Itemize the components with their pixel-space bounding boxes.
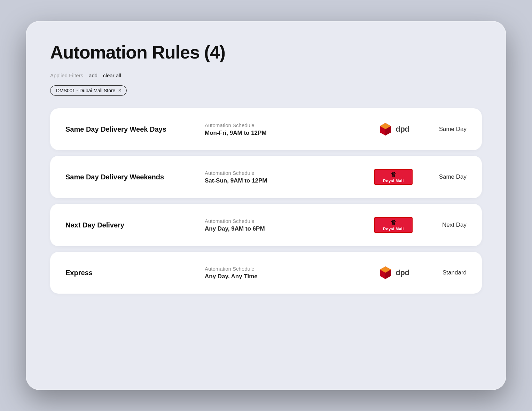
dpd-text-4: dpd [396,268,409,277]
royal-mail-text-3: Royal Mail [383,227,404,231]
rule-schedule-time-4: Any Day, Any Time [205,273,366,280]
clear-all-link[interactable]: clear all [103,72,121,78]
rule-schedule-label-1: Automation Schedule [205,122,366,128]
rule-name-1: Same Day Delivery Week Days [65,125,184,133]
royal-mail-crown-icon-3: ♛ [390,219,397,226]
rule-schedule-4: Automation Schedule Any Day, Any Time [184,266,366,280]
rule-schedule-label-4: Automation Schedule [205,266,366,272]
royal-mail-crown-icon-2: ♛ [390,171,397,178]
rule-card-1[interactable]: Same Day Delivery Week Days Automation S… [50,108,482,150]
rule-card-4[interactable]: Express Automation Schedule Any Day, Any… [50,252,482,294]
rule-schedule-label-2: Automation Schedule [205,170,366,176]
filter-tags-row: DMS001 - Dubai Mall Store × [50,85,482,96]
rule-schedule-time-3: Any Day, 9AM to 6PM [205,225,366,232]
rule-type-2: Same Day [421,173,467,180]
rule-carrier-3: ♛ Royal Mail [366,217,421,233]
rule-schedule-1: Automation Schedule Mon-Fri, 9AM to 12PM [184,122,366,137]
rule-schedule-3: Automation Schedule Any Day, 9AM to 6PM [184,218,366,232]
royal-mail-inner-3: ♛ Royal Mail [383,219,404,231]
dpd-logo-4: dpd [378,265,409,280]
royal-mail-inner-2: ♛ Royal Mail [383,171,404,183]
royal-mail-text-2: Royal Mail [383,179,404,183]
filter-tag-dms001[interactable]: DMS001 - Dubai Mall Store × [50,85,127,96]
dpd-logo-1: dpd [378,122,409,137]
filter-tag-label: DMS001 - Dubai Mall Store [56,88,115,93]
rule-type-4: Standard [421,269,467,276]
rule-type-1: Same Day [421,126,467,133]
rule-schedule-label-3: Automation Schedule [205,218,366,224]
device-frame: Automation Rules (4) Applied Filters add… [26,21,506,390]
royal-mail-logo-2: ♛ Royal Mail [374,169,413,185]
rule-carrier-4: dpd [366,265,421,280]
rule-schedule-time-1: Mon-Fri, 9AM to 12PM [205,130,366,137]
filters-row: Applied Filters add clear all [50,72,482,78]
dpd-icon-4 [378,265,393,280]
rule-schedule-2: Automation Schedule Sat-Sun, 9AM to 12PM [184,170,366,184]
rule-name-4: Express [65,269,184,277]
royal-mail-logo-3: ♛ Royal Mail [374,217,413,233]
rule-carrier-1: dpd [366,122,421,137]
dpd-icon-1 [378,122,393,137]
rule-schedule-time-2: Sat-Sun, 9AM to 12PM [205,177,366,184]
dpd-text-1: dpd [396,125,409,134]
page-title: Automation Rules (4) [50,42,482,63]
rule-name-2: Same Day Delivery Weekends [65,173,184,181]
add-filter-link[interactable]: add [89,72,97,78]
rule-card-3[interactable]: Next Day Delivery Automation Schedule An… [50,204,482,246]
rule-carrier-2: ♛ Royal Mail [366,169,421,185]
filters-label: Applied Filters [50,72,83,78]
rules-list: Same Day Delivery Week Days Automation S… [50,108,482,299]
filter-tag-close-icon[interactable]: × [118,88,121,93]
rule-type-3: Next Day [421,222,467,228]
rule-card-2[interactable]: Same Day Delivery Weekends Automation Sc… [50,156,482,198]
rule-name-3: Next Day Delivery [65,221,184,229]
